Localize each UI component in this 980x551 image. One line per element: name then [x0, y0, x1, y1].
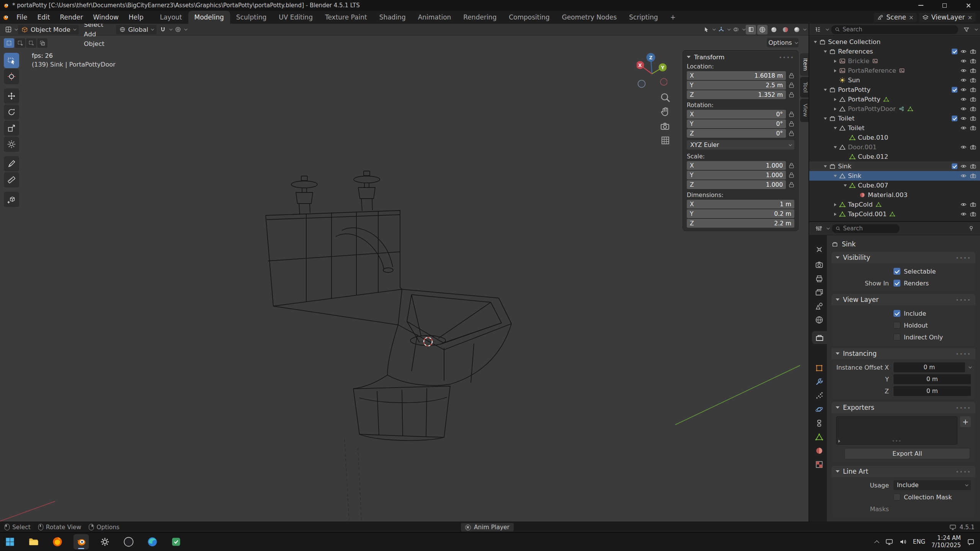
workspace-tab-texture-paint[interactable]: Texture Paint: [319, 11, 373, 24]
expand-arrow-icon[interactable]: [822, 117, 829, 120]
properties-search[interactable]: [832, 224, 900, 233]
lock-icon[interactable]: [789, 121, 794, 127]
properties-tab-physics[interactable]: [811, 403, 827, 416]
options-dropdown[interactable]: Options: [767, 38, 799, 47]
usage-dropdown[interactable]: Include: [893, 480, 971, 490]
pan-hand-button[interactable]: [659, 106, 671, 118]
taskbar-settings-icon[interactable]: [97, 534, 113, 549]
camera-toggle-icon[interactable]: [970, 115, 977, 122]
outliner-editor-type-button[interactable]: [812, 25, 823, 34]
maximize-button[interactable]: [933, 0, 956, 11]
outliner-row-sink[interactable]: Sink: [809, 171, 980, 181]
lock-icon[interactable]: [789, 181, 794, 188]
scale-z-field[interactable]: Z1.000: [687, 180, 786, 189]
close-button[interactable]: [956, 0, 980, 11]
taskbar-file-explorer-icon[interactable]: [26, 534, 41, 549]
lock-icon[interactable]: [789, 91, 794, 98]
viewlayer-selector[interactable]: ViewLayer: [919, 13, 975, 22]
camera-toggle-icon[interactable]: [970, 125, 977, 131]
sidebar-tab-item[interactable]: Item: [800, 53, 808, 76]
outliner-row-toilet[interactable]: Toilet: [809, 114, 980, 123]
tool-annotate-button[interactable]: [4, 156, 19, 171]
outliner-row-material-003[interactable]: Material.003: [809, 190, 980, 200]
overlays-toggle-button[interactable]: [731, 25, 741, 34]
proportional-editing-button[interactable]: [173, 25, 183, 34]
tool-add-cube-button[interactable]: [4, 192, 19, 207]
panel-grip[interactable]: [956, 255, 971, 261]
workspace-tab-modeling[interactable]: Modeling: [188, 11, 230, 24]
properties-tab-collection[interactable]: [812, 331, 827, 344]
workspace-tab-sculpting[interactable]: Sculpting: [230, 11, 273, 24]
navigation-gizmo[interactable]: Z Y X: [637, 51, 667, 90]
sidebar-tab-tool[interactable]: Tool: [800, 77, 808, 98]
expand-arrow-icon[interactable]: [831, 127, 839, 129]
rotation-z-field[interactable]: Z0°: [687, 129, 786, 138]
eye-toggle-icon[interactable]: [960, 106, 967, 112]
expand-arrow-icon[interactable]: [831, 108, 839, 111]
minimize-button[interactable]: [909, 0, 933, 11]
visibility-section-header[interactable]: Visibility: [831, 252, 975, 263]
expand-arrow-icon[interactable]: [831, 203, 839, 206]
panel-grip[interactable]: [779, 54, 794, 60]
properties-tab-scene[interactable]: [811, 300, 827, 313]
expand-arrow-icon[interactable]: [831, 69, 839, 72]
workspace-tab-geometry-nodes[interactable]: Geometry Nodes: [556, 11, 623, 24]
outliner-row-portapottydoor[interactable]: PortaPottyDoor: [809, 104, 980, 114]
network-icon[interactable]: [885, 538, 893, 546]
notifications-icon[interactable]: [967, 538, 975, 546]
camera-toggle-icon[interactable]: [970, 86, 977, 93]
lock-icon[interactable]: [789, 172, 794, 178]
chevron-down-icon[interactable]: [969, 365, 972, 368]
cancel-icon[interactable]: [465, 525, 471, 530]
volume-icon[interactable]: [899, 538, 907, 546]
mode-dropdown[interactable]: Object Mode: [18, 25, 79, 34]
transform-panel-header[interactable]: Transform: [687, 53, 794, 61]
expand-arrow-icon[interactable]: [831, 175, 839, 177]
properties-tab-material[interactable]: [811, 444, 827, 457]
select-mode-subtract-button[interactable]: [26, 38, 36, 48]
zoom-button[interactable]: [659, 91, 671, 104]
collection-mask-checkbox[interactable]: [893, 494, 900, 500]
eye-toggle-icon[interactable]: [960, 86, 967, 93]
menu-file[interactable]: File: [11, 12, 32, 22]
shading-rendered-button[interactable]: [792, 25, 802, 34]
tool-scale-button[interactable]: [4, 121, 19, 136]
expand-arrow-icon[interactable]: [841, 184, 849, 187]
panel-grip[interactable]: [956, 469, 971, 474]
expand-arrow-icon[interactable]: [812, 41, 819, 43]
lock-icon[interactable]: [789, 72, 794, 79]
properties-tab-render[interactable]: [811, 258, 827, 271]
lock-icon[interactable]: [789, 130, 794, 137]
eye-toggle-icon[interactable]: [960, 48, 967, 55]
camera-toggle-icon[interactable]: [970, 77, 977, 83]
camera-toggle-icon[interactable]: [970, 48, 977, 55]
taskbar-blender-icon[interactable]: [74, 534, 89, 549]
tool-measure-button[interactable]: [4, 172, 19, 187]
lock-icon[interactable]: [789, 82, 794, 88]
workspace-tab-rendering[interactable]: Rendering: [457, 11, 503, 24]
expand-arrow-icon[interactable]: [822, 89, 829, 91]
select-mode-extend-button[interactable]: [15, 38, 25, 48]
outliner-row-cube-007[interactable]: Cube.007: [809, 181, 980, 190]
tool-move-button[interactable]: [4, 88, 19, 104]
export-all-button[interactable]: Export All: [844, 448, 970, 459]
menu-edit[interactable]: Edit: [32, 12, 55, 22]
properties-tab-view-layer[interactable]: [811, 286, 827, 299]
select-mode-new-button[interactable]: [4, 38, 14, 48]
tool-cursor-button[interactable]: [4, 69, 19, 84]
eye-toggle-icon[interactable]: [960, 201, 967, 208]
outliner-filter-button[interactable]: [961, 25, 972, 34]
menu-window[interactable]: Window: [88, 12, 124, 22]
eye-toggle-icon[interactable]: [960, 58, 967, 64]
outliner-row-cube-012[interactable]: Cube.012: [809, 152, 980, 161]
viewport-menu-object[interactable]: Object: [80, 39, 108, 49]
collection-checkbox[interactable]: [952, 49, 957, 54]
collection-checkbox[interactable]: [952, 87, 957, 93]
eye-toggle-icon[interactable]: [960, 173, 967, 179]
panel-grip[interactable]: [956, 351, 971, 357]
outliner-row-portareference[interactable]: PortaReference: [809, 66, 980, 75]
expand-arrow-icon[interactable]: [822, 165, 829, 168]
include-checkbox[interactable]: [893, 310, 900, 317]
sidebar-tab-view[interactable]: View: [800, 99, 808, 122]
scene-unlink-icon[interactable]: [909, 13, 914, 21]
